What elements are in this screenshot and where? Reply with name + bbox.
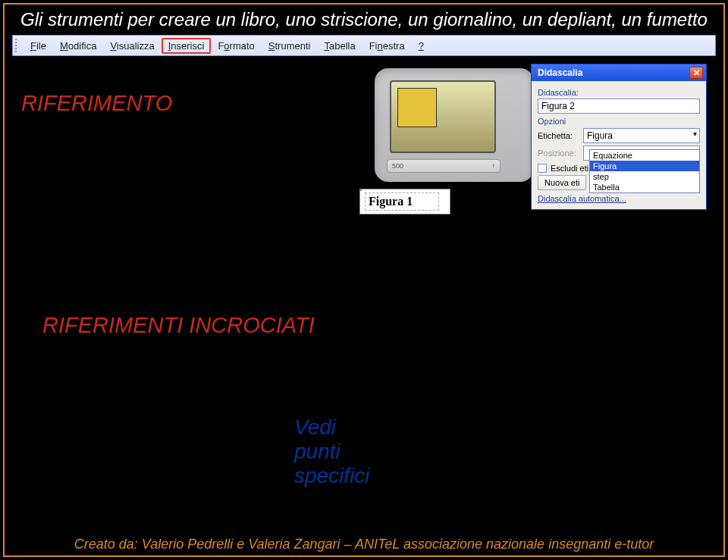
dropdown-opt-equazione[interactable]: Equazione <box>590 150 699 161</box>
menu-inserisci[interactable]: Inserisci <box>162 38 212 54</box>
caption-field[interactable]: Figura 1 <box>359 189 450 214</box>
menu-tabella[interactable]: Tabella <box>317 38 362 54</box>
vedi-link: Vedi punti specifici <box>294 415 378 488</box>
menu-strumenti[interactable]: Strumenti <box>262 38 318 54</box>
checkbox-riferimenti[interactable] <box>21 319 35 333</box>
label-etichetta: Etichetta: <box>538 131 580 140</box>
slide-footer: Creato da: Valerio Pedrelli e Valeria Za… <box>5 537 723 552</box>
slide-title: Gli strumenti per creare un libro, uno s… <box>5 5 723 32</box>
dropdown-opt-figura[interactable]: Figura <box>590 161 699 171</box>
didascalia-dialog: Didascalia ✕ Didascalia: Opzioni Etichet… <box>531 64 707 210</box>
dialog-titlebar[interactable]: Didascalia ✕ <box>532 64 706 81</box>
menu-finestra[interactable]: Finestra <box>362 38 412 54</box>
checkbox-didascalia[interactable] <box>21 125 35 139</box>
menubar: File Modifica Visualizza Inserisci Forma… <box>12 35 716 56</box>
label-posizione: Posizione: <box>538 149 580 158</box>
camera-scale-bar: 500↑ <box>387 159 500 173</box>
nuova-etichetta-button[interactable]: Nuova eti <box>538 175 586 190</box>
dropdown-opt-tabella[interactable]: Tabella <box>590 182 699 192</box>
paragraph-riferimenti: (puoi aggiungere o togliere segnalibri, … <box>21 339 378 414</box>
menu-modifica[interactable]: Modifica <box>53 38 103 54</box>
menu-visualizza[interactable]: Visualizza <box>103 38 161 54</box>
etichetta-dropdown[interactable]: Equazione Figura step Tabella <box>589 149 700 193</box>
intro-line: dal menu INSERISCI <box>21 64 378 85</box>
menu-help[interactable]: ? <box>412 38 431 54</box>
heading-riferimento: RIFERIMENTO <box>21 91 378 116</box>
escludi-label: Escludi eti <box>551 164 588 173</box>
label-didascalia: Didascalia <box>42 119 144 144</box>
paragraph-didascalia: (per numerare o nominare automaticamente… <box>21 145 370 293</box>
camera-mock: 500↑ <box>375 68 534 182</box>
close-icon[interactable]: ✕ <box>689 67 703 79</box>
escludi-checkbox[interactable] <box>538 164 547 173</box>
heading-riferimenti-incrociati: RIFERIMENTI INCROCIATI <box>42 313 315 338</box>
etichetta-combo[interactable] <box>583 128 700 143</box>
menubar-grip <box>15 39 19 52</box>
label-didascalia-field: Didascalia: <box>538 88 700 97</box>
caption-field-text: Figura 1 <box>365 192 439 211</box>
menu-file[interactable]: File <box>24 38 53 54</box>
menu-formato[interactable]: Formato <box>211 38 261 54</box>
didascalia-input[interactable] <box>538 99 700 114</box>
camera-screen <box>390 80 496 153</box>
dialog-title: Didascalia <box>538 67 582 78</box>
label-opzioni: Opzioni <box>538 117 700 126</box>
didascalia-automatica-link[interactable]: Didascalia automatica... <box>538 194 700 203</box>
dropdown-opt-step[interactable]: step <box>590 171 699 182</box>
